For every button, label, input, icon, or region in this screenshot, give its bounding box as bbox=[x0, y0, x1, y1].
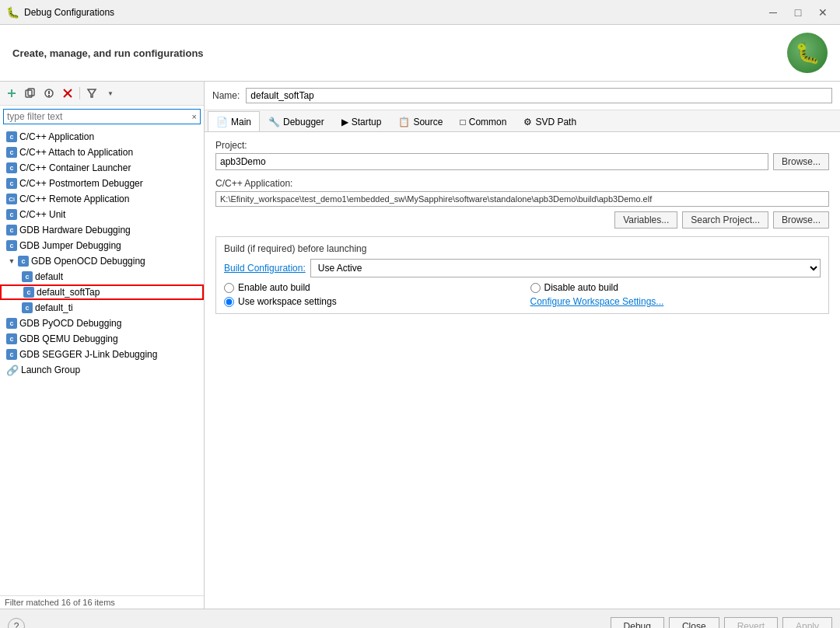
tree-item-label: C/C++ Remote Application bbox=[19, 194, 129, 204]
tree-item-label: GDB OpenOCD Debugging bbox=[31, 256, 145, 267]
tree-item-default[interactable]: c default bbox=[0, 269, 204, 284]
enable-auto-label: Enable auto build bbox=[238, 282, 310, 293]
tree-item-label: C/C++ Application bbox=[19, 131, 94, 142]
app-path-row bbox=[215, 191, 829, 207]
maximize-button[interactable]: □ bbox=[787, 2, 809, 23]
bottom-right: Debug Close Revert Apply bbox=[611, 617, 832, 629]
tree-item-gdb-pyocd[interactable]: c GDB PyOCD Debugging bbox=[0, 316, 204, 331]
svg-rect-5 bbox=[48, 91, 50, 94]
tree-item-gdb-qemu[interactable]: c GDB QEMU Debugging bbox=[0, 331, 204, 347]
tree-item-gdb-openocd[interactable]: ▼ c GDB OpenOCD Debugging bbox=[0, 253, 204, 269]
disable-auto-radio[interactable] bbox=[530, 283, 541, 293]
radio-disable-auto: Disable auto build bbox=[530, 282, 821, 293]
filter-clear-button[interactable]: × bbox=[189, 110, 200, 123]
tree-item-default-ti[interactable]: c default_ti bbox=[0, 300, 204, 316]
filter-dropdown-button[interactable]: ▼ bbox=[102, 85, 119, 102]
name-input[interactable] bbox=[246, 88, 832, 103]
debug-button[interactable]: Debug bbox=[611, 617, 664, 629]
project-browse-button[interactable]: Browse... bbox=[773, 153, 829, 170]
revert-button[interactable]: Revert bbox=[724, 617, 778, 629]
tree-item-label: GDB SEGGER J-Link Debugging bbox=[19, 349, 157, 360]
tree-item-default-softtap[interactable]: c default_softTap bbox=[0, 284, 204, 300]
startup-tab-icon: ▶ bbox=[341, 117, 348, 127]
tab-debugger[interactable]: 🔧 Debugger bbox=[260, 112, 333, 131]
duplicate-config-button[interactable] bbox=[22, 85, 39, 102]
filter-input[interactable] bbox=[4, 110, 189, 124]
filter-box: × bbox=[3, 109, 201, 124]
common-tab-icon: □ bbox=[460, 117, 465, 127]
tree-item-gdb-hardware[interactable]: c GDB Hardware Debugging bbox=[0, 222, 204, 238]
svg-rect-6 bbox=[48, 95, 50, 96]
main-tab-icon: 📄 bbox=[216, 117, 228, 127]
filter-button[interactable] bbox=[83, 85, 100, 102]
tab-label: Main bbox=[231, 117, 251, 127]
tab-source[interactable]: 📋 Source bbox=[390, 112, 451, 131]
search-project-button[interactable]: Search Project... bbox=[682, 211, 768, 229]
tree-item-label: GDB PyOCD Debugging bbox=[19, 318, 121, 329]
app-browse-button[interactable]: Browse... bbox=[773, 211, 829, 229]
tree-item-cpp-postmortem[interactable]: c C/C++ Postmortem Debugger bbox=[0, 176, 204, 191]
radio-enable-auto: Enable auto build bbox=[224, 282, 515, 293]
use-workspace-radio[interactable] bbox=[224, 297, 234, 307]
minimize-button[interactable]: ─ bbox=[762, 2, 784, 23]
tree-item-label: GDB Jumper Debugging bbox=[19, 240, 121, 251]
close-button-bottom[interactable]: Close bbox=[669, 617, 719, 629]
tab-startup[interactable]: ▶ Startup bbox=[333, 112, 390, 131]
c-icon: c bbox=[6, 178, 17, 189]
tree-item-label: Launch Group bbox=[21, 365, 80, 375]
tree-item-label: C/C++ Attach to Application bbox=[19, 147, 133, 158]
app-path-input[interactable] bbox=[215, 191, 829, 207]
delete-config-button[interactable] bbox=[59, 85, 76, 102]
tree-item-cpp-remote[interactable]: Ci C/C++ Remote Application bbox=[0, 191, 204, 207]
variables-button[interactable]: Variables... bbox=[614, 211, 677, 229]
tab-common[interactable]: □ Common bbox=[451, 112, 515, 131]
app-label: C/C++ Application: bbox=[215, 178, 829, 189]
toolbar-separator bbox=[79, 87, 80, 99]
build-config-link[interactable]: Build Configuration: bbox=[224, 263, 306, 274]
svg-rect-1 bbox=[8, 92, 16, 94]
bottom-left: ? bbox=[8, 618, 25, 629]
tree-item-gdb-jumper[interactable]: c GDB Jumper Debugging bbox=[0, 238, 204, 253]
tab-main[interactable]: 📄 Main bbox=[208, 111, 260, 131]
disable-auto-label: Disable auto build bbox=[544, 282, 618, 293]
help-button[interactable]: ? bbox=[8, 618, 25, 629]
tab-bar: 📄 Main 🔧 Debugger ▶ Startup 📋 Source □ C… bbox=[205, 110, 840, 132]
project-input[interactable] bbox=[215, 153, 768, 170]
project-section: Project: Browse... bbox=[215, 140, 829, 170]
c-icon: c bbox=[22, 302, 33, 313]
window-controls: ─ □ ✕ bbox=[762, 2, 834, 23]
tab-label: Debugger bbox=[283, 117, 324, 127]
build-section-title: Build (if required) before launching bbox=[224, 243, 821, 254]
project-row: Browse... bbox=[215, 153, 829, 170]
tab-label: Startup bbox=[352, 117, 382, 127]
c-icon: c bbox=[6, 209, 17, 220]
c-icon: c bbox=[6, 147, 17, 158]
svd-tab-icon: ⚙ bbox=[523, 117, 532, 127]
enable-auto-radio[interactable] bbox=[224, 283, 234, 293]
build-config-row: Build Configuration: Use Active Select A… bbox=[224, 259, 821, 277]
new-from-launch-button[interactable] bbox=[40, 85, 58, 102]
c-icon: c bbox=[6, 162, 17, 173]
use-workspace-label: Use workspace settings bbox=[238, 296, 337, 307]
build-config-select[interactable]: Use Active Select Automatically Disable … bbox=[310, 259, 821, 277]
tree-item-launch-group[interactable]: 🔗 Launch Group bbox=[0, 362, 204, 378]
main-area: ▼ × c C/C++ Application c C/C++ Attach t… bbox=[0, 82, 840, 609]
configure-workspace-link[interactable]: Configure Workspace Settings... bbox=[530, 296, 664, 307]
tab-svd-path[interactable]: ⚙ SVD Path bbox=[515, 112, 585, 131]
new-config-button[interactable] bbox=[3, 85, 20, 102]
apply-button[interactable]: Apply bbox=[782, 617, 832, 629]
left-panel: ▼ × c C/C++ Application c C/C++ Attach t… bbox=[0, 82, 205, 609]
window-title: Debug Configurations bbox=[24, 7, 762, 18]
tree-item-cpp-container[interactable]: c C/C++ Container Launcher bbox=[0, 160, 204, 176]
debug-logo: 🐛 bbox=[787, 33, 828, 73]
tree-item-label: GDB Hardware Debugging bbox=[19, 225, 131, 236]
tree-item-label: C/C++ Unit bbox=[19, 209, 65, 220]
tree-item-cpp-app[interactable]: c C/C++ Application bbox=[0, 129, 204, 145]
tree-item-cpp-unit[interactable]: c C/C++ Unit bbox=[0, 207, 204, 222]
tree-item-cpp-attach[interactable]: c C/C++ Attach to Application bbox=[0, 145, 204, 160]
ci-icon: Ci bbox=[6, 194, 17, 204]
close-button[interactable]: ✕ bbox=[812, 2, 834, 23]
app-icon: 🐛 bbox=[6, 6, 19, 19]
c-icon: c bbox=[6, 131, 17, 142]
tree-item-gdb-segger[interactable]: c GDB SEGGER J-Link Debugging bbox=[0, 347, 204, 362]
